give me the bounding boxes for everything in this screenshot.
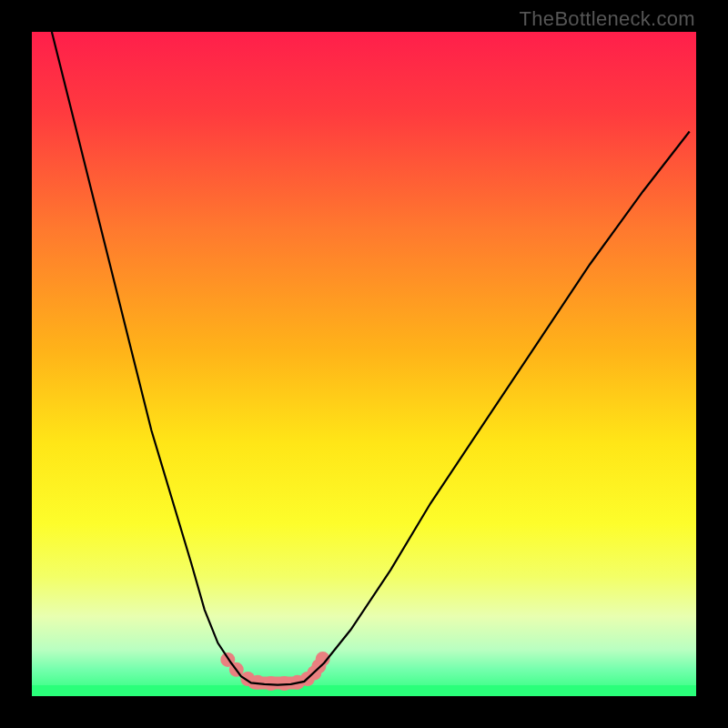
watermark-text: TheBottleneck.com [520, 7, 695, 31]
bottleneck-curve [52, 32, 690, 685]
curves-layer [32, 32, 696, 696]
chart-root: TheBottleneck.com [0, 0, 728, 728]
green-floor-strip [32, 685, 696, 696]
green-band [32, 685, 696, 696]
plot-area [32, 32, 696, 696]
